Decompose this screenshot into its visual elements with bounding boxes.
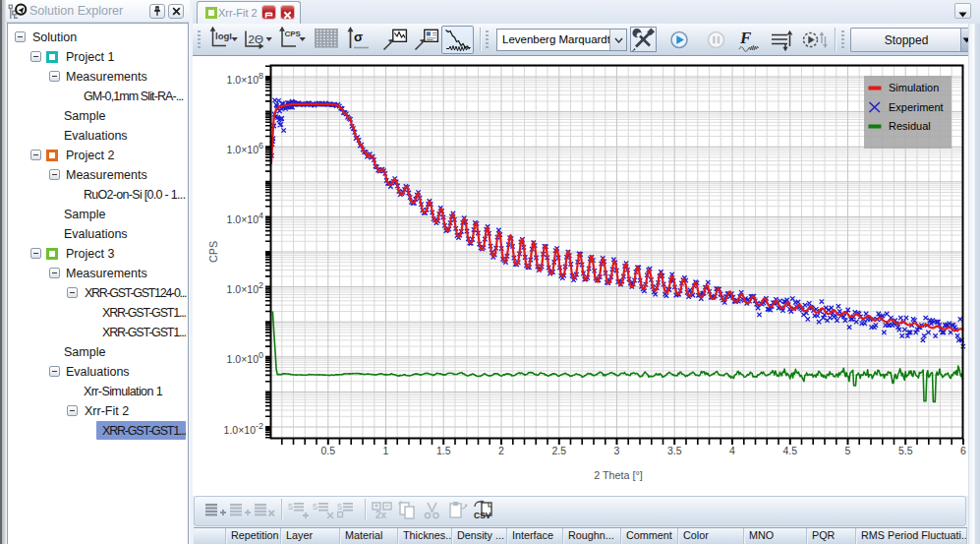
svg-text:CPS: CPS	[207, 241, 219, 263]
svg-text:3: 3	[614, 445, 620, 456]
svg-text:1.0×108: 1.0×108	[227, 71, 263, 86]
svg-text:1.0×106: 1.0×106	[227, 141, 263, 155]
svg-text:5.5: 5.5	[898, 445, 913, 456]
svg-text:Experiment: Experiment	[889, 101, 944, 113]
svg-text:6: 6	[960, 445, 966, 456]
svg-text:5: 5	[288, 502, 293, 512]
svg-text:4: 4	[729, 445, 735, 456]
svg-text:2 Theta [°]: 2 Theta [°]	[594, 469, 643, 481]
svg-text:3.5: 3.5	[667, 445, 682, 456]
svg-text:Simulation: Simulation	[889, 82, 939, 93]
svg-text:2.5: 2.5	[551, 445, 566, 456]
svg-text:2x: 2x	[375, 510, 387, 520]
svg-text:4.5: 4.5	[782, 445, 797, 456]
svg-text:1.0×104: 1.0×104	[227, 211, 263, 225]
svg-text:5: 5	[313, 502, 317, 512]
svg-text:0.5: 0.5	[320, 445, 335, 456]
svg-text:5: 5	[337, 502, 342, 512]
svg-text:2: 2	[498, 445, 504, 456]
svg-text:Residual: Residual	[889, 120, 931, 132]
svg-text:5: 5	[845, 445, 851, 456]
svg-text:1.0×102: 1.0×102	[227, 280, 263, 295]
svg-text:1: 1	[383, 445, 389, 456]
svg-text:1.0×100: 1.0×100	[227, 350, 263, 365]
svg-text:CSV: CSV	[474, 511, 491, 520]
svg-text:1.5: 1.5	[436, 445, 451, 456]
